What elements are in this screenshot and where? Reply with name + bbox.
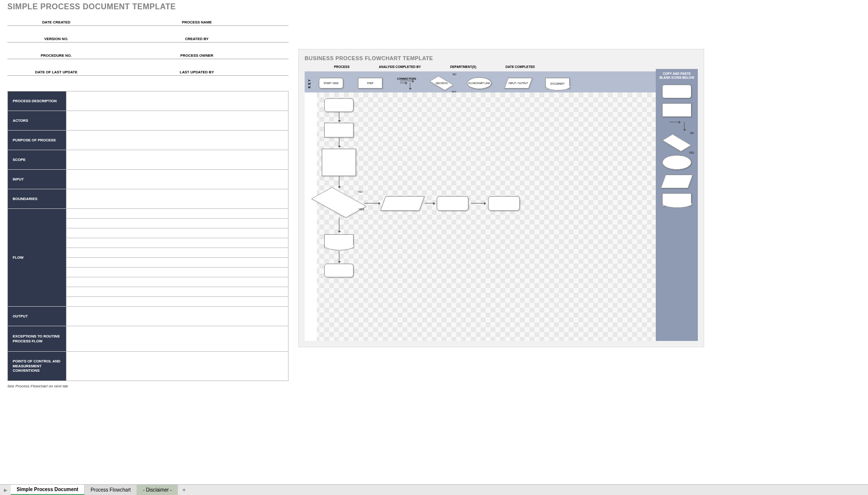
fc-label-department: DEPARTMENT(S) — [450, 65, 476, 68]
tab-process-flowchart[interactable]: Process Flowchart — [85, 485, 137, 495]
fc-label-date-completed: DATE COMPLETED — [506, 65, 535, 68]
field-flow-5[interactable] — [67, 248, 289, 258]
key-flowchart-link: FLOWCHART LINK — [467, 77, 491, 89]
field-process-description[interactable] — [67, 91, 289, 111]
canvas-terminator-3[interactable] — [488, 196, 520, 211]
canvas-parallelogram-1[interactable] — [380, 196, 425, 211]
document-icon: DOCUMENT — [545, 78, 570, 89]
field-flow-8[interactable] — [67, 277, 289, 287]
key-step: STEP — [358, 78, 382, 89]
palette-connectors[interactable] — [669, 122, 685, 131]
canvas-terminator-2[interactable] — [437, 196, 468, 211]
field-flow-2[interactable] — [67, 219, 289, 228]
field-flow-6[interactable] — [67, 258, 289, 268]
field-flow-3[interactable] — [67, 228, 289, 238]
field-output[interactable] — [67, 307, 289, 326]
palette-terminator[interactable] — [662, 85, 691, 98]
field-flow-1[interactable] — [67, 209, 289, 219]
tab-add-button[interactable]: + — [178, 485, 190, 495]
label-date-last-update: DATE OF LAST UPDATE — [7, 67, 105, 75]
label-created-by: CREATED BY — [105, 34, 289, 42]
label-process-name: PROCESS NAME — [105, 17, 289, 25]
section-points: POINTS OF CONTROL AND MEASUREMENT CONVEN… — [8, 352, 67, 381]
palette-parallelogram[interactable] — [661, 175, 693, 188]
sheet-tabs: ▶ Simple Process Document Process Flowch… — [0, 484, 868, 495]
section-flow: FLOW — [8, 209, 67, 307]
process-icon: STEP — [358, 78, 382, 89]
document-title: SIMPLE PROCESS DOCUMENT TEMPLATE — [7, 2, 289, 11]
section-actors: ACTORS — [8, 111, 67, 131]
section-input: INPUT — [8, 170, 67, 189]
label-version-no: VERSION NO. — [7, 34, 105, 42]
canvas-arrow-4 — [364, 203, 380, 203]
palette-process[interactable] — [662, 103, 691, 117]
field-flow-10[interactable] — [67, 297, 289, 307]
palette-decision[interactable]: NO YES — [664, 135, 690, 150]
section-exceptions: EXCEPTIONS TO ROUTINE PROCESS FLOW — [8, 326, 67, 352]
shape-palette: COPY AND PASTE BLANK ICONS BELOW NO YES — [656, 69, 698, 341]
canvas-arrow-2 — [339, 137, 339, 147]
decision-icon: DECISION — [431, 77, 452, 90]
parallelogram-icon: INPUT / OUTPUT — [504, 78, 533, 89]
field-points[interactable] — [67, 352, 289, 381]
label-process-owner: PROCESS OWNER — [105, 50, 289, 59]
field-flow-4[interactable] — [67, 238, 289, 248]
field-input[interactable] — [67, 170, 289, 189]
canvas-terminator-1[interactable] — [324, 98, 354, 112]
canvas-document-1[interactable] — [324, 234, 354, 248]
flowchart-meta: PROCESS ANALYSIS COMPLETED BY DEPARTMENT… — [334, 65, 698, 68]
section-output: OUTPUT — [8, 307, 67, 326]
canvas-arrow-7 — [339, 218, 339, 232]
flowchart-title: BUSINESS PROCESS FLOWCHART TEMPLATE — [305, 55, 698, 61]
field-actors[interactable] — [67, 111, 289, 131]
terminator-icon: START / END — [319, 78, 343, 89]
palette-title: COPY AND PASTE BLANK ICONS BELOW — [656, 72, 698, 80]
tab-simple-process-document[interactable]: Simple Process Document — [11, 485, 85, 495]
section-process-description: PROCESS DESCRIPTION — [8, 91, 67, 111]
key-decision: NO DECISION YES — [431, 77, 452, 90]
canvas-process-1[interactable] — [324, 123, 354, 137]
label-date-created: DATE CREATED — [7, 17, 105, 25]
canvas-label-no: NO — [358, 190, 363, 193]
canvas-terminator-4[interactable] — [324, 264, 354, 277]
key-label: KEY — [308, 78, 311, 88]
key-input-output: INPUT / OUTPUT — [506, 78, 531, 89]
palette-ellipse[interactable] — [662, 155, 691, 170]
canvas-arrow-5 — [425, 203, 435, 203]
field-purpose[interactable] — [67, 131, 289, 150]
key-connectors: CONNECTORS — [397, 77, 416, 90]
canvas-decision-1[interactable] — [314, 188, 363, 217]
canvas-process-2[interactable] — [322, 149, 356, 176]
field-flow-9[interactable] — [67, 287, 289, 297]
footnote: See Process Flowchart on next tab — [7, 384, 289, 388]
tab-nav-icon[interactable]: ▶ — [0, 485, 11, 495]
field-exceptions[interactable] — [67, 326, 289, 352]
canvas-arrow-6 — [471, 203, 486, 203]
canvas-arrow-3 — [339, 176, 339, 188]
field-boundaries[interactable] — [67, 189, 289, 209]
tab-disclaimer[interactable]: - Disclaimer - — [137, 485, 178, 495]
ellipse-icon: FLOWCHART LINK — [467, 77, 491, 89]
section-purpose: PURPOSE OF PROCESS — [8, 131, 67, 150]
fc-label-analysis-by: ANALYSIS COMPLETED BY — [379, 65, 421, 68]
palette-document[interactable] — [662, 193, 691, 206]
process-document-panel: SIMPLE PROCESS DOCUMENT TEMPLATE DATE CR… — [7, 2, 289, 388]
key-start-end: START / END — [319, 78, 343, 89]
canvas-arrow-8 — [339, 251, 339, 263]
field-scope[interactable] — [67, 150, 289, 170]
section-boundaries: BOUNDARIES — [8, 189, 67, 209]
canvas-arrow-1 — [339, 112, 339, 122]
key-band: KEY START / END STEP CONNECTORS NO DECIS… — [305, 71, 698, 95]
connector-icon — [400, 81, 414, 90]
canvas-label-yes: YES — [358, 208, 364, 211]
key-document: DOCUMENT — [545, 78, 570, 89]
detail-table: PROCESS DESCRIPTION ACTORS PURPOSE OF PR… — [7, 91, 289, 381]
flowchart-canvas[interactable]: NO YES — [305, 92, 656, 341]
label-procedure-no: PROCEDURE NO. — [7, 50, 105, 59]
meta-table: DATE CREATED PROCESS NAME VERSION NO. CR… — [7, 17, 289, 84]
fc-label-process: PROCESS — [334, 65, 350, 68]
field-flow-7[interactable] — [67, 268, 289, 277]
flowchart-panel: BUSINESS PROCESS FLOWCHART TEMPLATE PROC… — [298, 49, 704, 347]
label-last-updated-by: LAST UPDATED BY — [105, 67, 289, 75]
section-scope: SCOPE — [8, 150, 67, 170]
